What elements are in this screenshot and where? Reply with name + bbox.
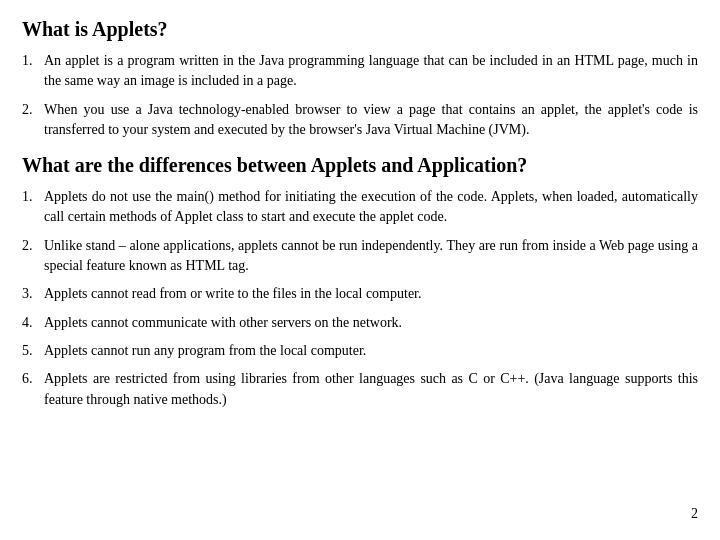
list-item: 1. Applets do not use the main() method …	[22, 187, 698, 228]
list-item: 4. Applets cannot communicate with other…	[22, 313, 698, 333]
list-num: 1.	[22, 51, 44, 71]
list-content: Unlike stand – alone applications, apple…	[44, 236, 698, 277]
list-item: 6. Applets are restricted from using lib…	[22, 369, 698, 410]
list-item: 1. An applet is a program written in the…	[22, 51, 698, 92]
list-item: 5. Applets cannot run any program from t…	[22, 341, 698, 361]
list-item: 2. Unlike stand – alone applications, ap…	[22, 236, 698, 277]
list-num: 2.	[22, 236, 44, 256]
list-content: When you use a Java technology-enabled b…	[44, 100, 698, 141]
list-num: 4.	[22, 313, 44, 333]
list-content: An applet is a program written in the Ja…	[44, 51, 698, 92]
page-container: What is Applets? 1. An applet is a progr…	[22, 18, 698, 522]
list-num: 5.	[22, 341, 44, 361]
list-item: 2. When you use a Java technology-enable…	[22, 100, 698, 141]
list-content: Applets cannot run any program from the …	[44, 341, 698, 361]
list-num: 6.	[22, 369, 44, 389]
list-item: 3. Applets cannot read from or write to …	[22, 284, 698, 304]
section1-title: What is Applets?	[22, 18, 698, 41]
section2-list: 1. Applets do not use the main() method …	[22, 187, 698, 410]
list-num: 2.	[22, 100, 44, 120]
page-number: 2	[691, 506, 698, 522]
list-content: Applets cannot communicate with other se…	[44, 313, 698, 333]
list-content: Applets cannot read from or write to the…	[44, 284, 698, 304]
list-num: 1.	[22, 187, 44, 207]
list-num: 3.	[22, 284, 44, 304]
list-content: Applets do not use the main() method for…	[44, 187, 698, 228]
section2-title: What are the differences between Applets…	[22, 154, 698, 177]
section1-list: 1. An applet is a program written in the…	[22, 51, 698, 140]
list-content: Applets are restricted from using librar…	[44, 369, 698, 410]
